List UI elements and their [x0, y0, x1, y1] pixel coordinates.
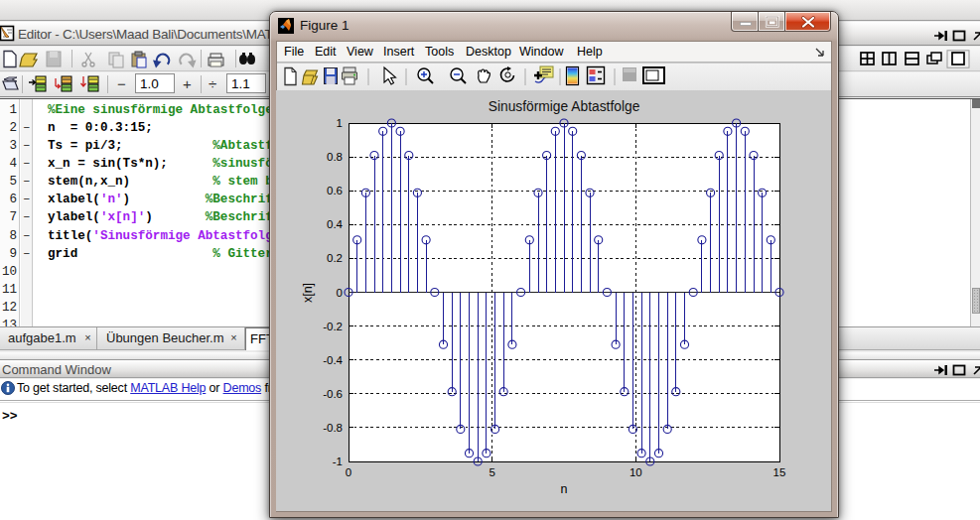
svg-text:-0.4: -0.4	[323, 354, 343, 366]
svg-text:-1: -1	[333, 455, 343, 467]
svg-text:0.8: 0.8	[327, 151, 343, 163]
svg-text:Sinusförmige Abtastfolge: Sinusförmige Abtastfolge	[489, 99, 640, 114]
svg-text:n: n	[561, 482, 568, 496]
svg-text:0: 0	[346, 466, 351, 478]
svg-text:-0.2: -0.2	[323, 321, 343, 332]
svg-text:0: 0	[337, 287, 343, 299]
svg-text:0.2: 0.2	[327, 252, 343, 264]
svg-text:1: 1	[337, 117, 343, 129]
svg-text:0.6: 0.6	[327, 185, 343, 196]
svg-text:-0.8: -0.8	[323, 422, 343, 434]
svg-text:15: 15	[773, 466, 786, 478]
svg-text:x[n]: x[n]	[301, 283, 315, 303]
svg-text:-0.6: -0.6	[323, 388, 343, 400]
svg-text:10: 10	[630, 466, 642, 478]
svg-text:5: 5	[489, 466, 494, 478]
svg-text:0.4: 0.4	[327, 218, 344, 230]
